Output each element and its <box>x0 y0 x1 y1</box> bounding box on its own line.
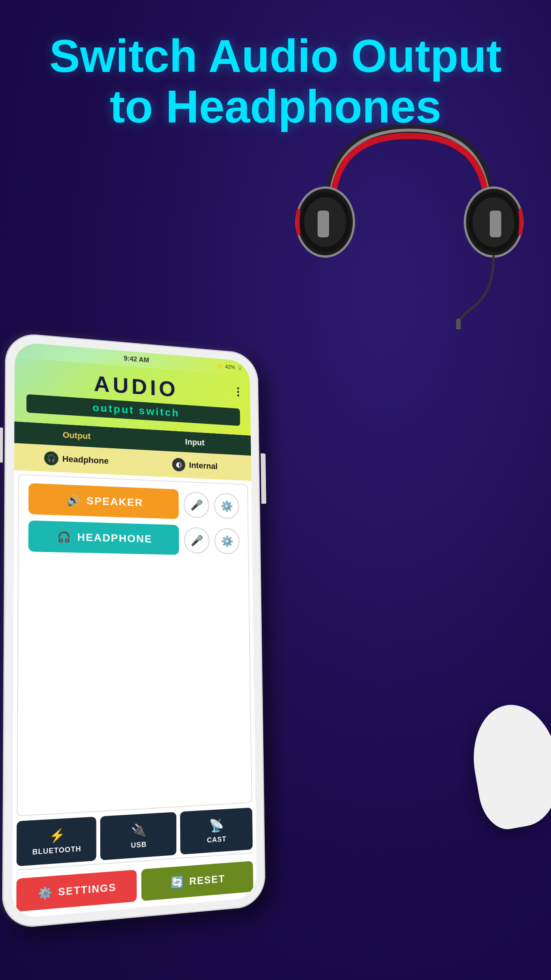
phone-screen: 9:42 AM ⚡ 42% 🔋 ⋮ AUDIO output switch Ou… <box>12 342 257 919</box>
bottom-grid: ⚡ BLUETOOTH 🔌 USB 📡 CAST <box>12 807 256 867</box>
headphones-image <box>291 100 528 329</box>
usb-icon: 🔌 <box>131 822 146 838</box>
speaker-mic-button[interactable]: 🎤 <box>184 492 209 518</box>
settings-icon: ⚙️ <box>38 885 52 900</box>
svg-rect-8 <box>318 211 329 237</box>
headphone-row: 🎧 HEADPHONE 🎤 ⚙️ <box>28 520 240 556</box>
reset-button[interactable]: 🔄 RESET <box>141 861 253 901</box>
svg-rect-9 <box>490 211 501 237</box>
cast-button[interactable]: 📡 CAST <box>180 807 253 854</box>
hero-title-line1: Switch Audio Output <box>49 30 502 82</box>
status-time: 9:42 AM <box>124 354 149 364</box>
battery-text: 42% <box>225 364 235 370</box>
headphone-icon: 🎧 <box>57 530 72 543</box>
bluetooth-icon: ⚡ <box>49 827 65 844</box>
speaker-button[interactable]: 🔊 SPEAKER <box>28 483 179 519</box>
speaker-settings-button[interactable]: ⚙️ <box>214 493 239 519</box>
headphone-button[interactable]: 🎧 HEADPHONE <box>28 520 179 555</box>
headphone-mic-button[interactable]: 🎤 <box>184 527 210 554</box>
speaker-row: 🔊 SPEAKER 🎤 ⚙️ <box>28 483 239 521</box>
headphone-settings-button[interactable]: ⚙️ <box>214 528 240 554</box>
reset-label: RESET <box>189 872 225 887</box>
cast-icon: 📡 <box>209 817 224 833</box>
phone-mockup: 9:42 AM ⚡ 42% 🔋 ⋮ AUDIO output switch Ou… <box>2 332 266 929</box>
action-row: ⚙️ SETTINGS 🔄 RESET <box>12 856 257 919</box>
menu-dots-icon[interactable]: ⋮ <box>233 385 243 398</box>
usb-button[interactable]: 🔌 USB <box>100 812 176 860</box>
battery-icon: 🔋 <box>237 364 243 371</box>
settings-label: SETTINGS <box>58 881 116 898</box>
app-subtitle: output switch <box>93 402 180 419</box>
phone-frame: 9:42 AM ⚡ 42% 🔋 ⋮ AUDIO output switch Ou… <box>2 332 266 929</box>
audio-buttons-area: 🔊 SPEAKER 🎤 ⚙️ 🎧 HEADPHONE 🎤 ⚙️ <box>17 474 252 817</box>
status-right: ⚡ 42% 🔋 <box>216 362 243 371</box>
bluetooth-button[interactable]: ⚡ BLUETOOTH <box>16 817 96 866</box>
settings-button[interactable]: ⚙️ SETTINGS <box>16 870 137 912</box>
usb-label: USB <box>131 840 147 849</box>
svg-rect-10 <box>456 318 461 329</box>
reset-icon: 🔄 <box>171 875 184 889</box>
speaker-icon: 🔊 <box>67 494 81 507</box>
cast-label: CAST <box>207 835 227 844</box>
bluetooth-label: BLUETOOTH <box>33 844 82 856</box>
headphone-output-icon: 🎧 <box>44 451 59 466</box>
lightning-icon: ⚡ <box>216 362 223 369</box>
internal-input-icon: ◐ <box>172 458 186 472</box>
